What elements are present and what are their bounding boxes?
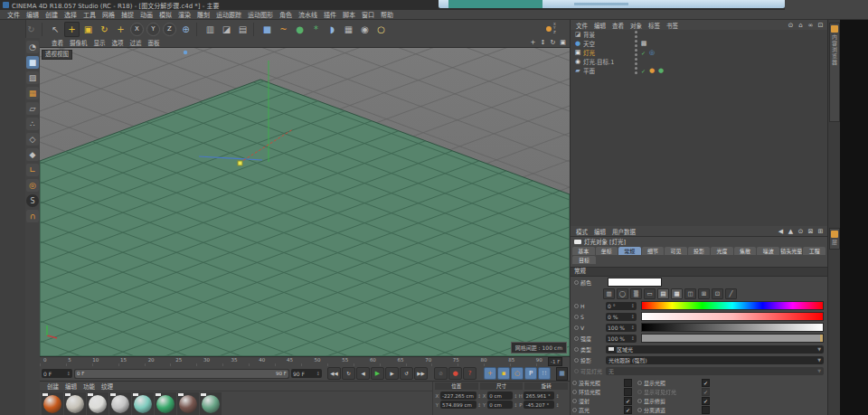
magnet-icon[interactable]: ∩ [26, 210, 39, 222]
attribute-tab[interactable]: 细节 [642, 247, 665, 255]
keyframe-dot-icon[interactable] [574, 336, 579, 341]
lock-x-icon[interactable]: X [130, 23, 144, 36]
menu-item[interactable]: 模拟 [156, 10, 175, 19]
checkbox-row[interactable]: 高光 [572, 405, 632, 414]
menu-item[interactable]: 帮助 [378, 10, 396, 19]
om-menu-item[interactable]: 编辑 [591, 21, 609, 30]
keyframe-dot-icon[interactable] [572, 399, 577, 403]
material-menu-item[interactable]: 功能 [83, 382, 95, 391]
menu-item[interactable]: 文件 [5, 10, 23, 19]
timeline-ruler[interactable]: 051015202530354045505560657075808590 -1 … [40, 356, 570, 366]
search-icon[interactable]: ⊙ [787, 22, 795, 29]
solo-mode-icon[interactable]: ◎ [26, 179, 39, 192]
goto-start-button[interactable]: ◀◀ [327, 367, 341, 380]
hsv-field[interactable]: 0 %↕ [606, 313, 637, 321]
model-mode-icon[interactable]: ■ [26, 56, 39, 69]
next-frame-button[interactable]: ▶ [385, 367, 399, 380]
panel-icon[interactable]: ⊞ [816, 228, 825, 235]
object-tag[interactable]: ▩ [640, 40, 647, 47]
autokey-button[interactable]: ⊘ [434, 367, 448, 380]
stepper-icon[interactable]: ↕ [477, 393, 481, 399]
am-menu-item[interactable]: 编辑 [591, 227, 609, 236]
section-header[interactable]: 常规 [571, 267, 827, 277]
play-button[interactable]: ▶ [371, 367, 384, 380]
live-selection-icon[interactable]: ↖ [48, 22, 63, 37]
loop-button[interactable]: ↺ [400, 367, 413, 380]
menu-item[interactable]: 编辑 [24, 10, 42, 19]
hsv-field[interactable]: 0 °↕ [606, 302, 637, 310]
checkbox[interactable] [624, 406, 632, 414]
stepper-icon[interactable]: ↕ [555, 393, 559, 399]
record-parameter-toggle[interactable]: P [524, 367, 537, 380]
visibility-dots[interactable] [634, 67, 638, 74]
checkbox-row[interactable]: 显示光照 [637, 378, 710, 387]
am-menu-item[interactable]: 用户数据 [609, 227, 638, 236]
intensity-slider[interactable] [641, 334, 824, 343]
stepper-icon[interactable]: ↕ [67, 371, 71, 376]
texture-mode-icon[interactable]: ▨ [26, 71, 39, 84]
enable-axis-icon[interactable]: ∟ [26, 164, 39, 176]
viewport-menu-item[interactable]: 面板 [146, 38, 163, 47]
rgb-sliders-icon[interactable]: ▥ [603, 288, 615, 299]
side-tab-top[interactable]: 内容浏览器 [829, 23, 840, 122]
light-handle[interactable] [184, 51, 187, 54]
axis-gizmo-handle[interactable] [238, 161, 242, 165]
keyframe-bar-icon[interactable]: ▦ [556, 367, 568, 381]
checkbox[interactable] [624, 379, 632, 387]
position-field[interactable]: 574.899 cm [440, 401, 476, 409]
viewport[interactable]: 查看摄像机显示选项过滤面板 +↕↻▣ 透视视图 [40, 38, 570, 356]
visibility-dots[interactable] [634, 49, 638, 56]
toolbar-icon[interactable] [42, 23, 45, 36]
attribute-tab[interactable]: 可见 [665, 247, 687, 255]
end-frame-field[interactable]: 90 F↕ [291, 369, 322, 378]
object-name[interactable]: 天空 [583, 39, 630, 48]
keyframe-dot-icon[interactable] [637, 399, 642, 403]
material-6[interactable] [155, 392, 176, 415]
gradient-bar[interactable] [641, 312, 824, 321]
keyframe-dot-icon[interactable] [574, 358, 579, 363]
menu-item[interactable]: 角色 [277, 10, 295, 19]
modifier-icon[interactable]: ◗ [325, 22, 340, 37]
object-name[interactable]: 灯光.目标.1 [583, 57, 630, 66]
menu-item[interactable]: 窗口 [359, 10, 377, 19]
home-icon[interactable]: ⌂ [797, 22, 805, 29]
rotation-field[interactable]: -45.207 ° [524, 401, 554, 409]
deformer-icon[interactable]: * [308, 22, 324, 37]
current-frame-field[interactable]: 0 F↕ [42, 369, 72, 378]
stepper-icon[interactable]: ↕ [316, 371, 320, 376]
side-tab-bottom[interactable]: 层 [829, 228, 840, 250]
object-light[interactable]: ▣ 灯光 ✓ ◎ [571, 48, 827, 57]
menu-item[interactable]: 捕捉 [118, 10, 137, 19]
object-sky[interactable]: ● 天空 ▩ [571, 39, 827, 48]
floor-icon[interactable]: ▦ [341, 22, 356, 37]
spline-pen-icon[interactable]: ~ [276, 22, 291, 37]
menu-item[interactable]: 插件 [321, 10, 339, 19]
pan-view-icon[interactable]: + [529, 39, 537, 47]
stepper-icon[interactable]: ↕ [514, 393, 517, 399]
checkbox-row[interactable]: 显示可见灯光 [637, 387, 710, 396]
viewport-menu-item[interactable]: 摄像机 [67, 38, 90, 47]
coord-system-icon[interactable]: ⊕ [178, 22, 193, 37]
points-mode-icon[interactable]: ∴ [26, 118, 39, 130]
size-field[interactable]: 0 cm [487, 401, 513, 409]
toolbar-icon[interactable] [196, 23, 200, 36]
keyframe-dot-icon[interactable] [572, 408, 577, 412]
keyframe-selection-button[interactable]: ? [463, 367, 476, 380]
position-field[interactable]: -227.265 cm [440, 391, 476, 400]
search-icon[interactable]: ⊙ [797, 228, 805, 235]
object-name[interactable]: 背景 [583, 30, 630, 39]
maximize-view-icon[interactable]: ▣ [559, 39, 567, 47]
camera-icon[interactable]: ◉ [357, 22, 373, 37]
checkbox[interactable] [702, 388, 710, 396]
menu-item[interactable]: 选择 [61, 10, 80, 19]
attribute-tab[interactable]: 常规 [618, 247, 641, 255]
light-type-dropdown[interactable]: 区域光▼ [606, 345, 824, 354]
attribute-tab[interactable]: 噪波 [757, 247, 779, 255]
scale-tool-icon[interactable]: ▣ [80, 22, 96, 37]
stepper-icon[interactable]: ↕ [514, 402, 517, 408]
menu-item[interactable]: 网格 [99, 10, 118, 19]
rotate-view-icon[interactable]: ↻ [549, 39, 557, 47]
menu-item[interactable]: 运动跟踪 [213, 10, 244, 19]
checkbox[interactable] [702, 397, 710, 405]
viewport-label[interactable]: 透视视图 [42, 50, 72, 60]
